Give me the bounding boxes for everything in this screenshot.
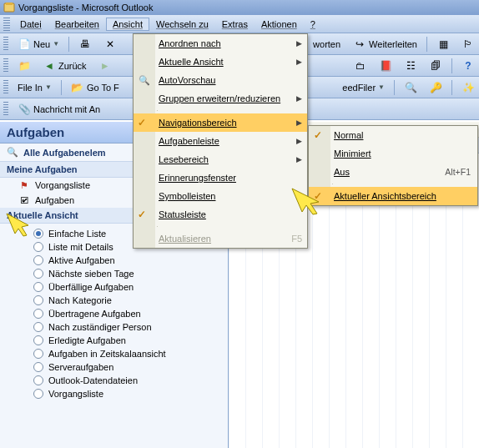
flag-red-icon: ⚑ [18,179,30,191]
attach-icon: 📎 [18,103,31,116]
back-button[interactable]: ◄Zurück [38,57,91,75]
print-button[interactable]: 🖶 [74,35,96,53]
title-bar: Vorgangsliste - Microsoft Outlook [0,0,479,15]
window-title: Vorgangsliste - Microsoft Outlook [18,3,153,13]
radio-icon [33,295,43,305]
flag-button[interactable]: 🏳 [457,35,479,53]
menu-wechseln[interactable]: Wechseln zu [149,18,215,31]
filer2-button[interactable]: 🔑 [425,78,446,97]
eedfiler-button[interactable]: eedFiler▼ [338,80,389,95]
view-server[interactable]: Serveraufgaben [0,360,228,374]
menu-anordnen[interactable]: Anordnen nach▶ [134,34,307,53]
view-datendateien[interactable]: Outlook-Datendateien [0,374,228,387]
menu-navigationsbereich[interactable]: ✓Navigationsbereich▶ [134,113,307,132]
back-icon: ◄ [43,59,56,73]
radio-icon [33,282,43,292]
menu-erinnerungsfenster[interactable]: Erinnerungsfenster [134,169,307,187]
note-icon: 🗐 [429,59,442,73]
tool1-button[interactable]: 🗀 [350,57,371,75]
msgwith-button[interactable]: 📎Nachricht mit An [13,100,104,118]
tasks-icon: 🗹 [18,194,30,206]
explorer-button[interactable]: 📁 [13,57,35,75]
view-zustaendig[interactable]: Nach zuständiger Person [0,320,228,334]
new-button[interactable]: 📄 Neu ▼ [13,35,63,53]
svg-marker-2 [7,214,28,236]
forward-button[interactable]: ↪Weiterleiten [349,35,421,53]
view-uebertragen[interactable]: Übertragene Aufgaben [0,307,228,320]
toolbar-grip[interactable] [3,102,8,117]
reply-partial[interactable]: worten [313,39,345,49]
menu-extras[interactable]: Extras [215,18,255,31]
ansicht-menu: Anordnen nach▶ Aktuelle Ansicht▶ 🔍AutoVo… [133,33,308,249]
new-icon: 📄 [18,38,31,51]
tool5-button[interactable]: ? [457,57,479,75]
toolbar-grip[interactable] [3,37,8,52]
tree-icon: ☷ [404,59,417,73]
dropdown-arrow-icon: ▼ [53,40,59,48]
menu-autovorschau[interactable]: 🔍AutoVorschau [134,71,307,89]
delete-icon: ✕ [103,38,117,51]
view-radio-list: Einfache Liste Liste mit Details Aktive … [0,224,228,407]
radio-icon [33,229,43,239]
submenu-aus[interactable]: AusAlt+F1 [309,163,477,181]
radio-icon [33,309,43,319]
toolbar-grip[interactable] [3,58,8,73]
view-ueberfaellig[interactable]: Überfällige Aufgaben [0,280,228,294]
submenu-aktueller-bereich[interactable]: ✓Aktueller Ansichtsbereich [309,187,477,205]
toolbar-grip[interactable] [3,18,10,31]
radio-icon [33,322,43,332]
help-icon: ? [461,59,475,73]
view-aktive[interactable]: Aktive Aufgaben [0,254,228,267]
forward-icon: ↪ [353,38,366,51]
menu-lesebereich[interactable]: Lesebereich▶ [134,150,307,169]
svg-rect-1 [6,3,13,5]
toolbar-grip[interactable] [3,80,8,95]
annotation-arrow-icon [290,187,324,215]
radio-icon [33,389,43,399]
goto-button[interactable]: 📂Go To F [67,78,124,97]
tool3-button[interactable]: ☷ [400,57,421,75]
menu-gruppen[interactable]: Gruppen erweitern/reduzieren▶ [134,89,307,108]
view-kategorie[interactable]: Nach Kategorie [0,294,228,307]
menu-datei[interactable]: Datei [13,18,48,31]
filer3-button[interactable]: ✨ [457,78,479,97]
fwd-nav-button[interactable]: ► [94,57,116,75]
radio-icon [33,242,43,252]
menu-aufgabenleiste[interactable]: Aufgabenleiste▶ [134,132,307,150]
submenu-minimiert[interactable]: Minimiert [309,144,477,163]
flag-icon: 🏳 [461,38,475,51]
forward-nav-icon: ► [98,59,112,73]
filein-button[interactable]: File In▼ [13,80,56,95]
menu-hilfe[interactable]: ? [304,18,322,31]
wand-icon: ✨ [461,81,475,94]
menu-aktuelle-ansicht[interactable]: Aktuelle Ansicht▶ [134,53,307,71]
filer1-button[interactable]: 🔍 [400,78,421,97]
key-icon: 🔑 [429,81,442,94]
tool2-button[interactable]: 📕 [375,57,396,75]
radio-icon [33,269,43,279]
folder-up-icon: 🗀 [354,59,367,73]
menu-ansicht[interactable]: Ansicht [106,18,149,31]
delete-button[interactable]: ✕ [99,35,121,53]
svg-marker-3 [292,189,319,214]
book-icon: 📕 [379,59,392,73]
print-icon: 🖶 [78,38,92,51]
annotation-arrow-icon [5,212,33,237]
categorize-button[interactable]: ▦ [432,35,454,53]
magnify-icon: 🔍 [404,81,417,94]
menu-symbolleisten[interactable]: Symbolleisten▶ [134,187,307,205]
submenu-normal[interactable]: ✓Normal [309,126,477,144]
view-vorgangsliste[interactable]: Vorgangsliste [0,387,228,400]
view-7tage[interactable]: Nächste sieben Tage [0,267,228,280]
radio-icon [33,255,43,265]
menu-aktualisieren: AktualisierenF5 [134,229,307,248]
view-zeitskala[interactable]: Aufgaben in Zeitskalaansicht [0,347,228,360]
search-folder-icon: 🔍 [7,147,18,158]
menu-bearbeiten[interactable]: Bearbeiten [48,18,106,31]
tool4-button[interactable]: 🗐 [425,57,446,75]
menu-bar: Datei Bearbeiten Ansicht Wechseln zu Ext… [0,15,479,33]
menu-statusleiste[interactable]: ✓Statusleiste [134,205,307,224]
menu-aktionen[interactable]: Aktionen [255,18,304,31]
radio-icon [33,335,43,345]
view-erledigt[interactable]: Erledigte Aufgaben [0,334,228,347]
